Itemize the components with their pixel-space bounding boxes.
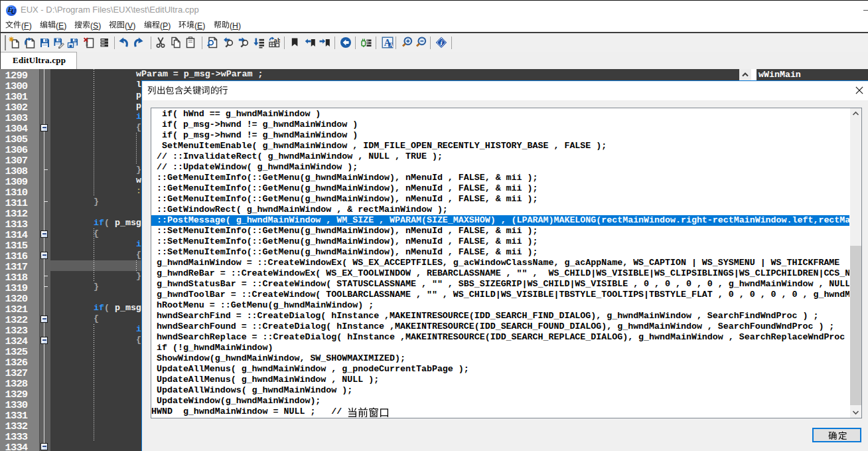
- svg-text:A: A: [389, 43, 393, 48]
